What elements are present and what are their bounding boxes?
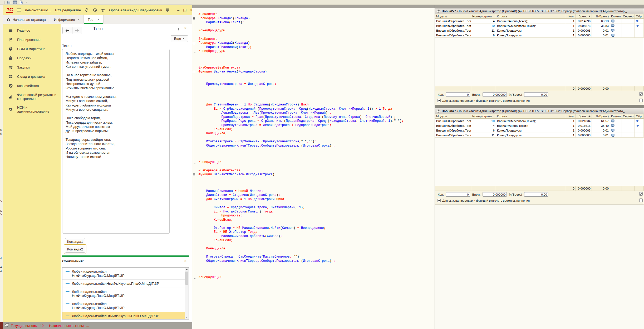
table-row[interactable]: ВнешняяОбработка.Тест...6КонецПроцедуры1…: [435, 33, 644, 38]
code-line[interactable]: [192, 177, 435, 181]
column-header-Номер строки[interactable]: Номер строки: [471, 114, 496, 119]
toolbar-dropdown-caret[interactable]: [26, 2, 28, 3]
history-icon[interactable]: [93, 7, 97, 13]
code-line[interactable]: [192, 25, 435, 29]
sidebar-item-Продажи[interactable]: Продажи: [3, 54, 61, 63]
table-row[interactable]: ВнешняяОбработка.Тест...10ВариантСМассив…: [435, 23, 644, 28]
code-line[interactable]: ИтоговаяСтрока = СтрЗаменить (Промежуточ…: [192, 140, 435, 144]
komanda2-button[interactable]: Команда2: [65, 246, 85, 253]
tab-Информация[interactable]: Информация×: [50, 15, 84, 24]
column-header-Сервер[interactable]: Сервер: [622, 114, 635, 119]
code-line[interactable]: [192, 222, 435, 226]
fold-marker-icon[interactable]: [192, 173, 199, 177]
code-line[interactable]: [192, 148, 435, 152]
maximize-button[interactable]: ▢: [183, 7, 186, 13]
column-header-%(Врем.)[interactable]: %(Врем.): [592, 14, 610, 19]
code-line[interactable]: Для СчетчикПервый = 1 По Стрдлина(Исходн…: [192, 103, 435, 107]
code-line[interactable]: КонецПроцедуры: [192, 29, 435, 33]
code-line[interactable]: Процедура Команда2(Команда): [192, 41, 435, 45]
sidebar-item-CRM и маркетинг[interactable]: CRM и маркетинг: [3, 44, 61, 54]
tab-Начальная страница[interactable]: Начальная страница: [3, 15, 50, 24]
table-row[interactable]: ВнешняяОбработка.Тест...4ВариантАнона(Те…: [435, 123, 644, 128]
column-header-Врем.[interactable]: Врем.: [576, 114, 592, 119]
code-line[interactable]: [192, 54, 435, 58]
messages-scrollbar[interactable]: [185, 268, 189, 319]
profiler-title-bar[interactable]: Новый5 *(Тонкий клиент:Администратор (Ор…: [435, 8, 644, 14]
column-header-Сервер[interactable]: Сервер: [622, 14, 635, 19]
code-line[interactable]: КонецЕсли;: [192, 218, 435, 222]
notifications-bell-icon[interactable]: [85, 7, 89, 13]
code-line[interactable]: КонецПроцедуры: [192, 49, 435, 54]
fold-marker-icon[interactable]: [192, 41, 199, 45]
column-header-Кол.[interactable]: Кол.: [565, 14, 576, 19]
scrollbar-thumb[interactable]: [185, 272, 188, 285]
code-line[interactable]: [192, 99, 435, 103]
tab-close-icon[interactable]: ×: [97, 18, 100, 22]
code-line[interactable]: КонецЦикла;: [192, 247, 435, 251]
code-line[interactable]: ЛеваяПодстрока = Лев(ПромежуточнаяСтрока…: [192, 111, 435, 115]
column-header-Модуль[interactable]: Модуль: [435, 14, 471, 19]
code-line[interactable]: [192, 58, 435, 62]
column-header-Строка[interactable]: Строка: [496, 114, 565, 119]
code-line[interactable]: ОбщегоНазначенияКлиенТСервер.СообщитьПол…: [192, 259, 435, 263]
new-document-icon[interactable]: [19, 1, 23, 4]
scroll-up-icon[interactable]: [186, 269, 188, 270]
favorites-star-icon[interactable]: [101, 7, 105, 13]
code-line[interactable]: [192, 267, 435, 272]
code-line[interactable]: КонецЕсли;: [192, 239, 435, 243]
sidebar-item-НСИ и администрирование[interactable]: НСИ и администрирование: [3, 103, 61, 116]
code-line[interactable]: &НаКлиенте: [192, 37, 435, 41]
column-header-Обр[interactable]: Обр: [635, 14, 644, 19]
sidebar-item-Закупки[interactable]: Закупки: [3, 63, 61, 72]
minimize-button[interactable]: –: [177, 7, 179, 13]
code-line[interactable]: ПраваяПодстрока = Прав(ПромежуточнаяСтро…: [192, 115, 435, 119]
message-item[interactable]: Любви,надежытхойслНгмИчзКкур;щьПпшО.МяцД…: [62, 268, 189, 280]
sidebar-item-Склад и доставка[interactable]: Склад и доставка: [3, 72, 61, 81]
right-checkbox-unchecked[interactable]: [639, 99, 643, 102]
fold-marker-icon[interactable]: [192, 17, 199, 21]
column-header-Номер строки[interactable]: Номер строки: [471, 14, 496, 19]
column-header-Врем.[interactable]: Врем.: [576, 14, 592, 19]
scroll-down-icon[interactable]: [186, 317, 188, 318]
right-checkbox-checked[interactable]: [639, 192, 643, 196]
code-line[interactable]: [192, 33, 435, 37]
code-line[interactable]: [192, 271, 435, 275]
sidebar-item-Казначейство[interactable]: Казначейство: [3, 81, 61, 90]
table-row[interactable]: ВнешняяОбработка.Тест...11КонецПроцедуры…: [435, 28, 644, 33]
code-line[interactable]: РедПраваяПодстрока = СтрЗаменить (Правая…: [192, 119, 435, 123]
back-button[interactable]: [62, 27, 72, 34]
column-header-Клиент[interactable]: Клиент: [610, 14, 622, 19]
message-item[interactable]: Любви,надежытхойслНгмИчзКкур;щьПпшО.МяцД…: [62, 280, 189, 288]
tab-Тест[interactable]: Тест×: [84, 15, 104, 24]
code-line[interactable]: МассивСимволов.Добавить(Символ);: [192, 234, 435, 239]
code-line[interactable]: Функция ВариантАнона(ИсходнаяСтрока): [192, 70, 435, 74]
main-menu-icon[interactable]: [17, 7, 21, 13]
code-line[interactable]: МассивСимволов = Новый Массив;: [192, 189, 435, 193]
code-line[interactable]: [192, 90, 435, 95]
code-editor[interactable]: &НаКлиентеПроцедура Команда1(Команда) Ва…: [192, 8, 435, 329]
code-line[interactable]: [192, 201, 435, 206]
forward-button[interactable]: [72, 27, 82, 34]
code-line[interactable]: ВариантСМассивом(Текст);: [192, 45, 435, 50]
include-time-checkbox[interactable]: [437, 99, 441, 102]
sidebar-item-Планирование[interactable]: Планирование: [3, 35, 61, 44]
code-line[interactable]: ВариантАнона(Текст);: [192, 21, 435, 25]
code-line[interactable]: [192, 95, 435, 99]
count-filter-input[interactable]: 0: [446, 92, 470, 97]
code-line[interactable]: ОбщегоНазначенияКлиенТСервер.СообщитьПол…: [192, 144, 435, 148]
profiler-title-bar[interactable]: Новый4 *(Тонкий клиент:Администратор (Ор…: [435, 108, 644, 114]
column-header-%(Врем.)[interactable]: %(Врем.): [592, 114, 610, 119]
right-checkbox-checked[interactable]: [639, 92, 643, 96]
tab-close-icon[interactable]: ×: [77, 18, 80, 22]
code-line[interactable]: Продолжить;: [192, 214, 435, 218]
code-line[interactable]: [192, 185, 435, 189]
table-row[interactable]: ВнешняяОбработка.Тест...6КонецПроцедуры1…: [435, 128, 644, 133]
time-filter-input[interactable]: 0,000000: [483, 92, 507, 97]
code-line[interactable]: [192, 62, 435, 66]
column-header-Строка[interactable]: Строка: [496, 14, 565, 19]
user-name[interactable]: Орлов Александр Владимирович: [109, 8, 162, 12]
code-line[interactable]: [192, 164, 435, 169]
form-close-icon[interactable]: ×: [183, 26, 188, 31]
right-checkbox-unchecked[interactable]: [639, 199, 643, 202]
more-button[interactable]: Еще: [171, 35, 188, 42]
